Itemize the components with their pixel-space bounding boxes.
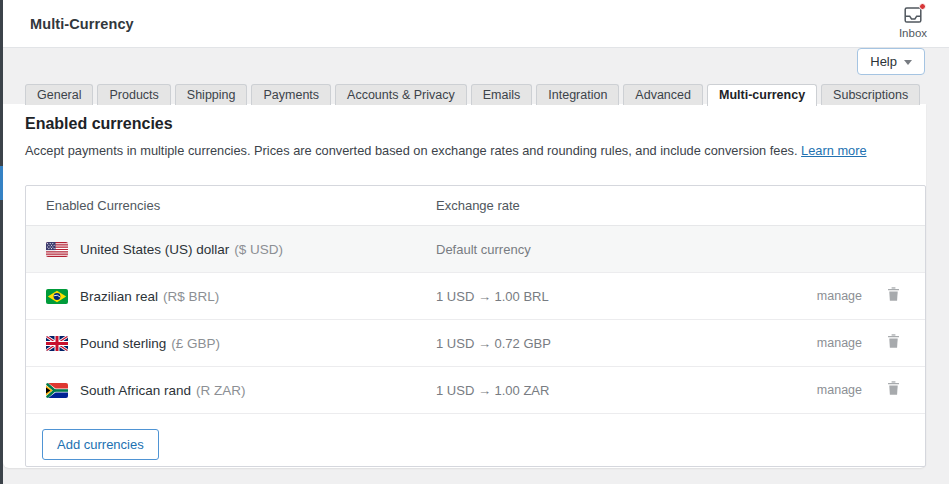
row-actions: manage — [817, 380, 905, 400]
settings-tabs: General Products Shipping Payments Accou… — [25, 84, 920, 106]
row-actions: manage — [817, 333, 905, 353]
br-flag-icon — [46, 289, 68, 304]
page-title: Multi-Currency — [30, 16, 134, 32]
za-flag-icon — [46, 383, 68, 398]
row-actions: manage — [817, 286, 905, 306]
settings-tab[interactable]: General — [25, 84, 93, 105]
exchange-rate: Default currency — [436, 242, 905, 257]
notification-dot — [919, 3, 926, 10]
currency-code: (R$ BRL) — [163, 289, 219, 304]
settings-panel: Enabled currencies Accept payments in mu… — [3, 104, 926, 468]
settings-tab[interactable]: Accounts & Privacy — [335, 84, 467, 105]
delete-currency-button[interactable] — [886, 380, 901, 400]
column-header-currencies: Enabled Currencies — [46, 198, 436, 213]
learn-more-link[interactable]: Learn more — [801, 143, 866, 158]
currency-cell: Brazilian real(R$ BRL) — [46, 287, 436, 305]
chevron-down-icon — [904, 60, 912, 65]
currency-cell: United States (US) dollar($ USD) — [46, 240, 436, 258]
settings-tab[interactable]: Products — [97, 84, 170, 105]
us-flag-icon — [46, 242, 68, 257]
column-header-rate: Exchange rate — [436, 198, 905, 213]
currency-code: (£ GBP) — [171, 336, 220, 351]
exchange-rate: 1 USD → 0.72 GBP — [436, 336, 817, 351]
exchange-rate: 1 USD → 1.00 ZAR — [436, 383, 817, 398]
settings-tab[interactable]: Integration — [536, 84, 619, 105]
page-header: Multi-Currency Inbox — [3, 0, 949, 48]
inbox-label: Inbox — [899, 27, 927, 39]
add-currencies-button[interactable]: Add currencies — [42, 429, 159, 460]
trash-icon — [886, 286, 901, 306]
settings-tab[interactable]: Subscriptions — [821, 84, 920, 105]
manage-link[interactable]: manage — [817, 289, 862, 303]
currency-name: Brazilian real — [80, 289, 158, 304]
inbox-icon — [903, 11, 923, 28]
table-row: Pound sterling(£ GBP) 1 USD → 0.72 GBP m… — [26, 320, 925, 367]
delete-currency-button[interactable] — [886, 286, 901, 306]
section-heading: Enabled currencies — [25, 115, 926, 133]
currency-cell: South African rand(R ZAR) — [46, 381, 436, 399]
table-row: United States (US) dollar($ USD) Default… — [26, 226, 925, 273]
admin-menu-active-indicator — [0, 166, 3, 200]
gb-flag-icon — [46, 336, 68, 351]
manage-link[interactable]: manage — [817, 336, 862, 350]
card-footer: Add currencies — [26, 414, 925, 460]
table-header-row: Enabled Currencies Exchange rate — [26, 186, 925, 226]
settings-tab[interactable]: Payments — [251, 84, 331, 105]
help-button[interactable]: Help — [857, 48, 925, 75]
enabled-currencies-card: Enabled Currencies Exchange rate United … — [25, 185, 926, 467]
currency-code: (R ZAR) — [196, 383, 246, 398]
currency-name: Pound sterling — [80, 336, 166, 351]
currency-rows: United States (US) dollar($ USD) Default… — [26, 226, 925, 414]
delete-currency-button[interactable] — [886, 333, 901, 353]
table-row: Brazilian real(R$ BRL) 1 USD → 1.00 BRL … — [26, 273, 925, 320]
admin-menu-sliver — [0, 0, 3, 484]
currency-cell: Pound sterling(£ GBP) — [46, 334, 436, 352]
help-label: Help — [870, 54, 897, 69]
settings-tab[interactable]: Multi-currency — [707, 84, 817, 106]
trash-icon — [886, 380, 901, 400]
settings-tab[interactable]: Advanced — [623, 84, 703, 105]
exchange-rate: 1 USD → 1.00 BRL — [436, 289, 817, 304]
currency-name: South African rand — [80, 383, 191, 398]
trash-icon — [886, 333, 901, 353]
settings-tab[interactable]: Emails — [471, 84, 533, 105]
currency-code: ($ USD) — [234, 242, 283, 257]
inbox-button[interactable]: Inbox — [891, 5, 935, 39]
table-row: South African rand(R ZAR) 1 USD → 1.00 Z… — [26, 367, 925, 414]
section-description: Accept payments in multiple currencies. … — [25, 143, 926, 158]
manage-link[interactable]: manage — [817, 383, 862, 397]
currency-name: United States (US) dollar — [80, 242, 229, 257]
settings-tab[interactable]: Shipping — [175, 84, 248, 105]
